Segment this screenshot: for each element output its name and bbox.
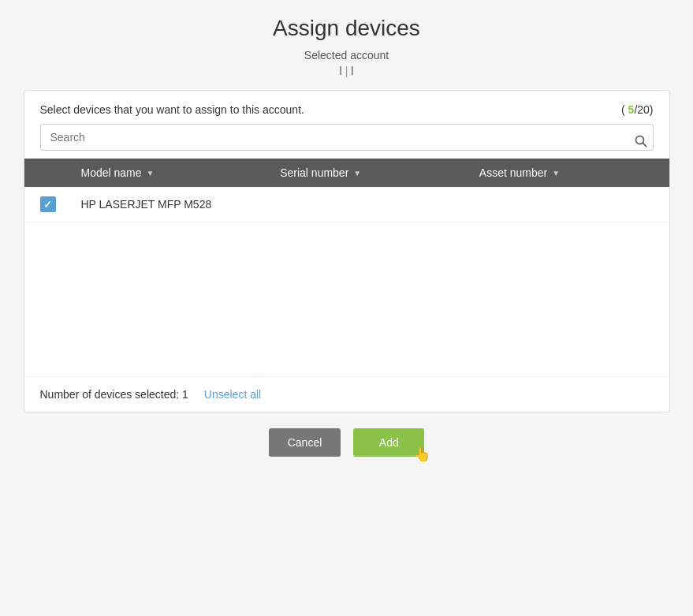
breadcrumb-part1: l bbox=[340, 65, 342, 77]
table-container: Model name ▼ Serial number ▼ Asset numbe… bbox=[24, 159, 669, 376]
search-container bbox=[24, 124, 669, 159]
header-asset-number-label: Asset number bbox=[479, 166, 547, 179]
table-header: Model name ▼ Serial number ▼ Asset numbe… bbox=[24, 159, 669, 187]
selected-account-label: Selected account bbox=[304, 49, 389, 62]
search-icon bbox=[635, 135, 647, 147]
device-count: ( 5/20) bbox=[621, 103, 653, 116]
add-button[interactable]: Add 👆 bbox=[353, 428, 424, 457]
cancel-button[interactable]: Cancel bbox=[269, 428, 341, 457]
header-model-name[interactable]: Model name ▼ bbox=[72, 166, 271, 179]
svg-line-1 bbox=[643, 144, 646, 147]
bottom-actions: Cancel Add 👆 bbox=[24, 428, 670, 457]
device-count-prefix: ( bbox=[621, 103, 628, 116]
cursor-pointer-icon: 👆 bbox=[413, 446, 430, 463]
account-breadcrumb: l | l bbox=[304, 65, 389, 77]
devices-selected-count: 1 bbox=[182, 388, 188, 401]
main-panel: Select devices that you want to assign t… bbox=[24, 90, 670, 413]
asset-number-sort-icon: ▼ bbox=[552, 169, 560, 177]
serial-number-sort-icon: ▼ bbox=[353, 169, 361, 177]
panel-footer: Number of devices selected: 1 Unselect a… bbox=[24, 376, 669, 412]
header-model-name-label: Model name bbox=[81, 166, 142, 179]
model-name-sort-icon: ▼ bbox=[147, 169, 155, 177]
row-model-name: HP LASERJET MFP M528 bbox=[72, 195, 271, 214]
search-button[interactable] bbox=[635, 135, 647, 147]
header-serial-number-label: Serial number bbox=[280, 166, 348, 179]
row-checkbox[interactable] bbox=[24, 193, 72, 215]
header-asset-number[interactable]: Asset number ▼ bbox=[470, 166, 669, 179]
unselect-all-button[interactable]: Unselect all bbox=[204, 388, 261, 401]
device-count-total: /20) bbox=[634, 103, 653, 116]
checkbox-checked-icon[interactable] bbox=[40, 196, 56, 212]
breadcrumb-part2: l bbox=[351, 65, 353, 77]
add-button-label: Add bbox=[379, 436, 399, 449]
header-checkbox-col bbox=[24, 166, 72, 179]
row-serial-number bbox=[270, 201, 470, 207]
selected-account-section: Selected account l | l bbox=[304, 49, 389, 77]
panel-header: Select devices that you want to assign t… bbox=[24, 91, 669, 124]
breadcrumb-separator: | bbox=[345, 65, 348, 77]
table-row: HP LASERJET MFP M528 bbox=[24, 187, 669, 222]
search-input[interactable] bbox=[40, 124, 654, 151]
page-title: Assign devices bbox=[273, 16, 420, 41]
row-asset-number bbox=[470, 201, 669, 207]
header-serial-number[interactable]: Serial number ▼ bbox=[270, 166, 470, 179]
table-body: HP LASERJET MFP M528 bbox=[24, 187, 669, 376]
panel-description: Select devices that you want to assign t… bbox=[40, 103, 304, 116]
devices-selected-text: Number of devices selected: 1 bbox=[40, 388, 188, 401]
devices-selected-prefix: Number of devices selected: bbox=[40, 388, 183, 401]
